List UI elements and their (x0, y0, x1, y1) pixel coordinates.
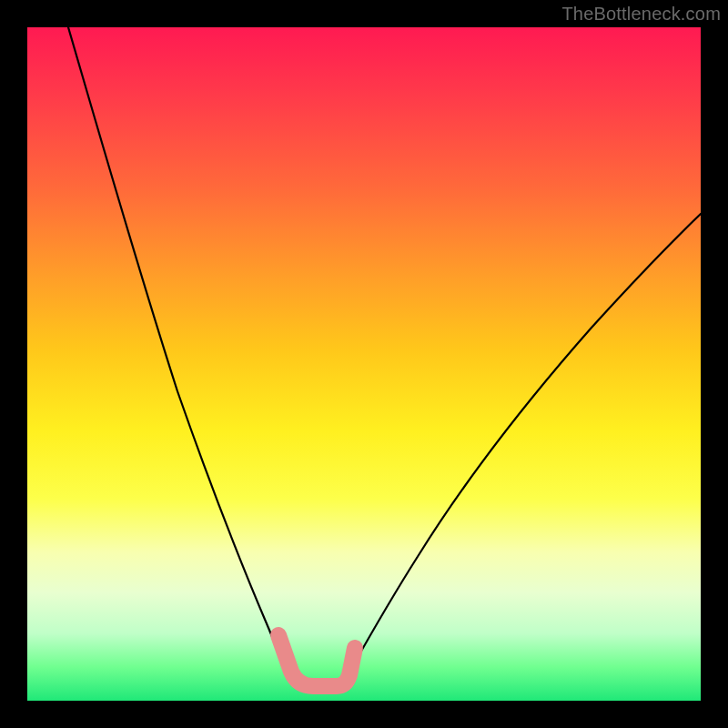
bottleneck-marker (278, 635, 355, 686)
plot-area (27, 27, 701, 701)
watermark-text: TheBottleneck.com (561, 4, 721, 25)
curve-right-branch (348, 214, 701, 675)
chart-svg (27, 27, 701, 701)
curve-left-branch (68, 27, 289, 675)
chart-frame: TheBottleneck.com (0, 0, 728, 728)
